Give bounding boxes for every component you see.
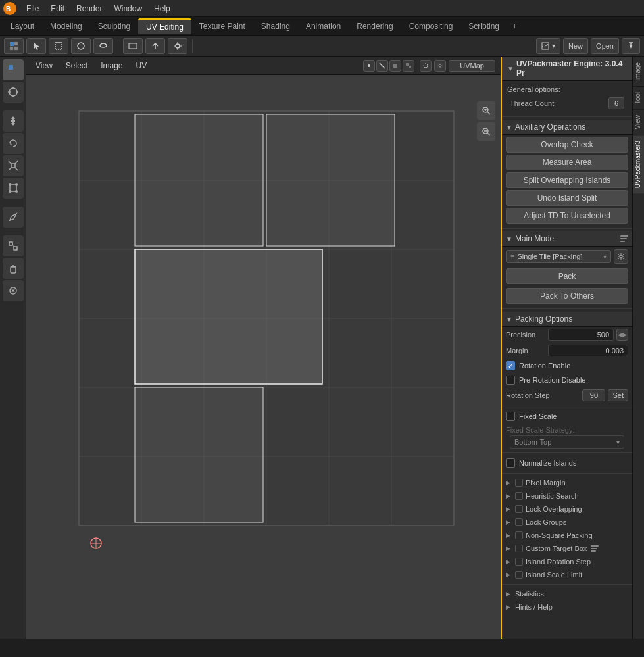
menu-help[interactable]: Help bbox=[149, 3, 176, 14]
menu-window[interactable]: Window bbox=[109, 3, 147, 14]
viewport-snap[interactable] bbox=[420, 60, 432, 72]
viewport-edge-select[interactable] bbox=[376, 60, 388, 72]
panel-tab-uvpackmaster[interactable]: UVPackmaster3 bbox=[633, 135, 644, 193]
menu-file[interactable]: File bbox=[21, 3, 44, 14]
menu-edit[interactable]: Edit bbox=[45, 3, 70, 14]
zoom-out-button[interactable] bbox=[477, 122, 495, 141]
fixed-scale-checkbox[interactable] bbox=[506, 412, 515, 421]
tab-rendering[interactable]: Rendering bbox=[349, 19, 401, 34]
uv-sync[interactable] bbox=[145, 38, 165, 54]
lock-overlapping-row[interactable]: ▶ Lock Overlapping bbox=[502, 502, 632, 516]
pack-to-others-button[interactable]: Pack To Others bbox=[506, 288, 628, 304]
tool-rotate[interactable] bbox=[3, 133, 24, 154]
rotation-step-set[interactable]: Set bbox=[608, 389, 628, 401]
main-mode-selector[interactable]: ≡ Single Tile [Packing] ▾ bbox=[506, 250, 611, 263]
tab-shading[interactable]: Shading bbox=[253, 19, 298, 34]
fixed-scale-strategy-value[interactable]: Bottom-Top ▾ bbox=[510, 435, 624, 449]
viewport-menu-view[interactable]: View bbox=[32, 60, 57, 72]
svg-rect-17 bbox=[14, 65, 18, 69]
heuristic-checkbox[interactable] bbox=[515, 492, 523, 500]
island-rot-checkbox[interactable] bbox=[515, 558, 523, 566]
tool-select[interactable] bbox=[3, 59, 24, 80]
tool-pinch[interactable] bbox=[3, 280, 24, 301]
viewport-island-select[interactable] bbox=[403, 60, 414, 72]
split-overlapping-button[interactable]: Split Overlapping Islands bbox=[506, 172, 628, 188]
island-scale-checkbox[interactable] bbox=[515, 571, 523, 579]
custom-target-checkbox[interactable] bbox=[515, 545, 523, 552]
viewport-menu-uv[interactable]: UV bbox=[132, 60, 151, 72]
tool-transform[interactable] bbox=[3, 178, 24, 199]
panel-tab-view[interactable]: View bbox=[633, 109, 644, 135]
overlap-check-button[interactable]: Overlap Check bbox=[506, 137, 628, 153]
tool-move[interactable] bbox=[3, 110, 24, 132]
select-tool[interactable] bbox=[26, 38, 46, 54]
viewport-menu-image[interactable]: Image bbox=[97, 60, 126, 72]
uv-canvas[interactable] bbox=[26, 75, 501, 639]
viewport-face-select[interactable] bbox=[389, 60, 401, 72]
non-square-checkbox[interactable] bbox=[515, 531, 523, 539]
expandable-options: ▶ Pixel Margin ▶ Heuristic Search ▶ Lock… bbox=[502, 476, 632, 581]
precision-value[interactable]: 500 bbox=[548, 329, 614, 341]
image-aspect[interactable] bbox=[123, 38, 143, 54]
tab-layout[interactable]: Layout bbox=[3, 19, 42, 34]
panel-tab-image[interactable]: Image bbox=[633, 57, 644, 86]
margin-value[interactable]: 0.003 bbox=[548, 345, 628, 356]
main-mode-settings[interactable] bbox=[614, 249, 628, 264]
lock-groups-row[interactable]: ▶ Lock Groups bbox=[502, 516, 632, 529]
pre-rotation-disable-checkbox[interactable] bbox=[506, 376, 515, 385]
hints-help-row[interactable]: ▶ Hints / Help bbox=[502, 600, 632, 614]
viewport-vert-select[interactable] bbox=[363, 60, 375, 72]
auxiliary-ops-header[interactable]: ▼ Auxiliary Operations bbox=[502, 120, 632, 135]
tab-scripting[interactable]: Scripting bbox=[460, 19, 507, 34]
rotation-enable-checkbox[interactable] bbox=[506, 361, 515, 370]
thread-count-value[interactable]: 6 bbox=[608, 97, 624, 109]
main-mode-header[interactable]: ▼ Main Mode bbox=[502, 231, 632, 247]
pixel-margin-row[interactable]: ▶ Pixel Margin bbox=[502, 476, 632, 489]
uvmap-selector[interactable]: UVMap bbox=[449, 60, 495, 72]
panel-tab-tool[interactable]: Tool bbox=[633, 86, 644, 109]
heuristic-search-row[interactable]: ▶ Heuristic Search bbox=[502, 489, 632, 502]
pixel-margin-checkbox[interactable] bbox=[515, 479, 523, 487]
pack-button[interactable]: Pack bbox=[506, 268, 628, 284]
new-button[interactable]: New bbox=[563, 38, 588, 54]
add-workspace-button[interactable]: + bbox=[507, 20, 522, 32]
custom-target-box-row[interactable]: ▶ Custom Target Box bbox=[502, 542, 632, 555]
undo-island-split-button[interactable]: Undo Island Split bbox=[506, 190, 628, 206]
select-box[interactable] bbox=[49, 38, 68, 54]
uv-options[interactable] bbox=[168, 38, 187, 54]
rotation-step-value[interactable]: 90 bbox=[582, 389, 605, 401]
adjust-td-button[interactable]: Adjust TD To Unselected bbox=[506, 208, 628, 224]
lock-overlap-checkbox[interactable] bbox=[515, 505, 523, 513]
menu-render[interactable]: Render bbox=[71, 3, 107, 14]
tool-mesh-deform[interactable] bbox=[3, 235, 24, 256]
viewport-proportional[interactable] bbox=[434, 60, 446, 72]
select-circle[interactable] bbox=[71, 38, 91, 54]
statistics-row[interactable]: ▶ Statistics bbox=[502, 587, 632, 600]
select-lasso[interactable] bbox=[93, 38, 113, 54]
measure-area-button[interactable]: Measure Area bbox=[506, 155, 628, 170]
panel-collapse-arrow[interactable]: ▼ bbox=[507, 65, 514, 72]
normalize-islands-checkbox[interactable] bbox=[506, 458, 515, 468]
tool-scale[interactable] bbox=[3, 155, 24, 176]
open-button[interactable]: Open bbox=[591, 38, 619, 54]
pin-button[interactable] bbox=[622, 38, 640, 54]
island-scale-limit-row[interactable]: ▶ Island Scale Limit bbox=[502, 568, 632, 581]
tab-animation[interactable]: Animation bbox=[298, 19, 349, 34]
tab-modeling[interactable]: Modeling bbox=[42, 19, 90, 34]
tab-texture-paint[interactable]: Texture Paint bbox=[191, 19, 253, 34]
tool-grab[interactable] bbox=[3, 258, 24, 279]
island-rotation-step-row[interactable]: ▶ Island Rotation Step bbox=[502, 555, 632, 568]
packing-options-header[interactable]: ▼ Packing Options bbox=[502, 312, 632, 327]
non-square-packing-row[interactable]: ▶ Non-Square Packing bbox=[502, 529, 632, 542]
zoom-in-button[interactable] bbox=[477, 101, 495, 120]
mode-selector[interactable] bbox=[4, 38, 24, 54]
tab-compositing[interactable]: Compositing bbox=[401, 19, 461, 34]
precision-extra[interactable]: ◀▶ bbox=[616, 329, 628, 341]
tool-cursor[interactable] bbox=[3, 82, 24, 103]
tool-annotate[interactable] bbox=[3, 207, 24, 228]
tab-sculpting[interactable]: Sculpting bbox=[90, 19, 138, 34]
tab-uv-editing[interactable]: UV Editing bbox=[138, 18, 191, 34]
lock-groups-checkbox[interactable] bbox=[515, 518, 523, 526]
image-mode[interactable]: ▾ bbox=[536, 38, 560, 54]
viewport-menu-select[interactable]: Select bbox=[62, 60, 91, 72]
